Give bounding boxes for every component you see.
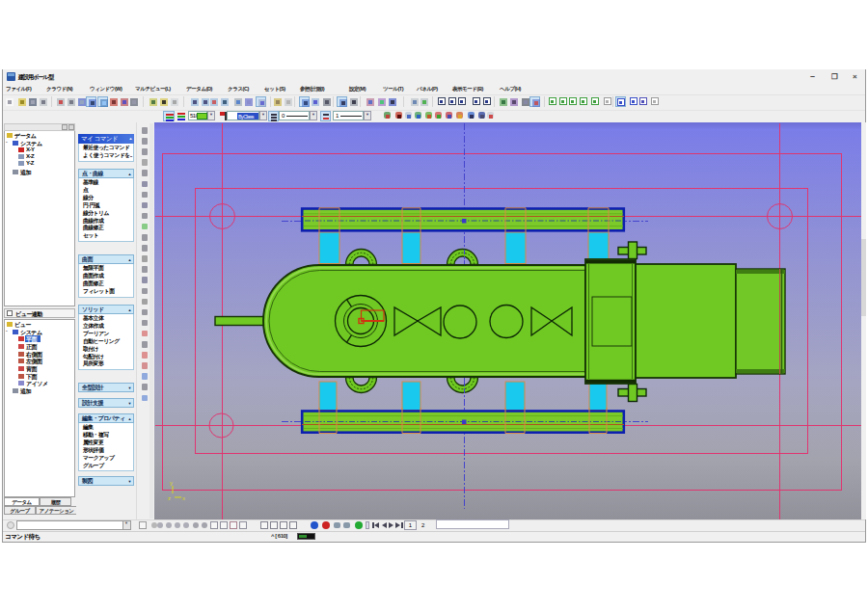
svg-text:y: y [170,480,173,486]
svg-text:z: z [168,495,171,501]
svg-text:x: x [182,495,185,501]
